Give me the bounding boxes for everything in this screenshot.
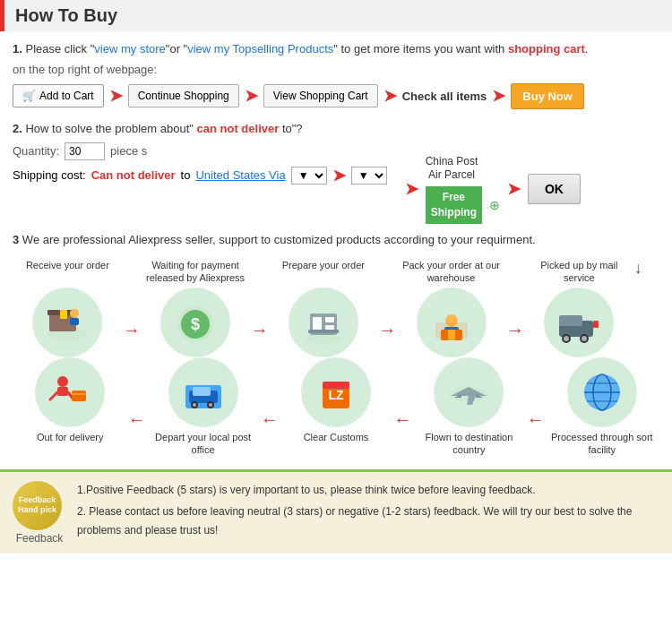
view-cart-label: View Shopping Cart xyxy=(273,90,368,102)
feedback-icon-container: FeedbackHand pick Feedback xyxy=(13,481,66,545)
process-item-prepare: Prepare your order xyxy=(268,259,378,357)
process-icon-pickup xyxy=(544,288,614,357)
process-icon-delivery xyxy=(35,357,105,427)
piece-label: piece s xyxy=(110,144,147,158)
process-icon-receive xyxy=(32,288,102,357)
arrow2: ➤ xyxy=(245,86,258,106)
svg-point-25 xyxy=(582,336,587,341)
svg-point-39 xyxy=(209,403,212,407)
quantity-row: Quantity: piece s xyxy=(13,142,387,160)
free-shipping-box: FreeShipping ⊕ xyxy=(426,186,500,224)
add-to-cart-button[interactable]: 🛒 Add to Cart xyxy=(13,84,104,107)
cart-flow: 🛒 Add to Cart ➤ Continue Shopping ➤ View… xyxy=(13,83,659,109)
process-item-customs: LZ Clear Customs xyxy=(279,357,393,459)
buy-now-label: Buy Now xyxy=(522,90,573,103)
svg-rect-28 xyxy=(57,387,68,396)
arrow4: ➤ xyxy=(492,86,505,106)
svg-rect-13 xyxy=(325,325,334,330)
svg-rect-42 xyxy=(323,382,349,389)
process-icon-post xyxy=(168,357,238,427)
buy-now-button[interactable]: Buy Now xyxy=(511,83,584,109)
process-arrow1: → xyxy=(123,320,141,340)
cart-icon: 🛒 xyxy=(22,90,36,102)
svg-line-29 xyxy=(50,392,57,399)
process-label-sort: Processed through sort facility xyxy=(545,431,659,457)
feedback-badge-text: FeedbackHand pick xyxy=(18,495,56,515)
arrow5: ➤ xyxy=(332,166,346,185)
svg-point-37 xyxy=(193,403,196,407)
topselling-link[interactable]: view my Topselling Products xyxy=(187,42,333,56)
step3-number: 3 xyxy=(13,233,19,246)
arrow1: ➤ xyxy=(109,86,123,106)
svg-rect-3 xyxy=(60,310,67,319)
view-cart-button[interactable]: View Shopping Cart xyxy=(263,84,378,107)
china-post-label: China PostAir Parcel xyxy=(426,155,478,183)
shipping-row: Shipping cost: Can not deliver to United… xyxy=(13,166,387,185)
process-label-post: Depart your local post office xyxy=(145,431,260,457)
view-store-link[interactable]: view my store xyxy=(94,42,165,56)
svg-point-27 xyxy=(57,376,68,387)
continue-shopping-label: Continue Shopping xyxy=(138,90,229,102)
main-content: 1. Please click "view my store"or "view … xyxy=(0,31,672,469)
process-item-flown: Flown to destination country xyxy=(411,357,526,460)
add-to-cart-label: Add to Cart xyxy=(39,90,94,102)
arrow-down-container: ↓ xyxy=(634,259,659,282)
svg-text:LZ: LZ xyxy=(328,388,344,402)
ok-button[interactable]: OK xyxy=(528,174,581,204)
step2-right-section: ➤ China PostAir Parcel FreeShipping ⊕ ➤ … xyxy=(405,155,581,224)
us-via-link[interactable]: United States Via xyxy=(195,168,285,182)
process-label-pack: Pack your order at our warehouse xyxy=(396,259,506,285)
process-item-post: Depart your local post office xyxy=(145,357,260,460)
arrow6: ➤ xyxy=(405,179,418,199)
svg-rect-19 xyxy=(448,330,455,340)
svg-rect-31 xyxy=(72,391,86,401)
process-icon-payment: $ xyxy=(160,288,230,357)
process-label-payment: Waiting for payment released by Aliexpre… xyxy=(141,259,251,285)
process-label-customs: Clear Customs xyxy=(304,431,369,456)
process-arrow3: → xyxy=(378,320,396,340)
shipping-dropdown2[interactable]: ▼ xyxy=(351,167,387,185)
process-item-pickup: Picked up by mail service xyxy=(524,259,634,358)
svg-rect-5 xyxy=(70,318,79,325)
step2-paragraph: 2. How to solve the problem about" can n… xyxy=(13,122,659,135)
process-icon-sort xyxy=(567,357,637,427)
process-label-prepare: Prepare your order xyxy=(282,259,365,284)
shipping-label: Shipping cost: xyxy=(13,168,86,182)
continue-shopping-button[interactable]: Continue Shopping xyxy=(128,84,239,107)
process-arrow5: ← xyxy=(127,409,145,430)
feedback-section: FeedbackHand pick Feedback 1.Positive Fe… xyxy=(0,469,672,554)
svg-rect-21 xyxy=(559,315,582,326)
svg-rect-14 xyxy=(308,330,339,333)
process-item-delivery: Out for delivery xyxy=(13,357,127,459)
process-icon-flown xyxy=(434,357,504,427)
arrow3: ➤ xyxy=(383,86,397,106)
process-item-pack: Pack your order at our warehouse xyxy=(396,259,506,358)
check-all-items: Check all items xyxy=(402,90,487,103)
process-icon-pack xyxy=(417,288,487,357)
shopping-cart-text: shopping cart xyxy=(508,42,585,56)
process-top-row: Receive your order → Waiting for payment… xyxy=(13,259,659,358)
step3-text: We are professional Aliexpress seller, s… xyxy=(22,233,536,246)
step1-paragraph: 1. Please click "view my store"or "view … xyxy=(13,40,659,59)
feedback-line1: 1.Positive Feedback (5 stars) is very im… xyxy=(77,481,659,499)
process-arrow6: ← xyxy=(261,409,279,430)
arrow-down: ↓ xyxy=(634,259,642,278)
small-circle-icon: ⊕ xyxy=(489,198,500,212)
process-arrow2: → xyxy=(250,320,268,340)
step2-right: China PostAir Parcel FreeShipping ⊕ xyxy=(426,155,500,224)
process-item-receive: Receive your order xyxy=(13,259,123,357)
process-label-pickup: Picked up by mail service xyxy=(524,259,634,285)
svg-text:$: $ xyxy=(191,315,200,333)
process-arrow7: ← xyxy=(393,409,411,430)
step2-number: 2. xyxy=(13,122,22,135)
arrow7: ➤ xyxy=(507,179,521,199)
process-item-sort: Processed through sort facility xyxy=(545,357,659,460)
cannot-deliver-label: Can not deliver xyxy=(91,168,176,182)
process-arrow8: ← xyxy=(527,409,545,430)
process-label-delivery: Out for delivery xyxy=(37,431,104,456)
shipping-dropdown[interactable]: ▼ xyxy=(291,167,327,185)
process-bottom-row: Out for delivery ← Depart your local pos… xyxy=(13,357,659,460)
feedback-text: 1.Positive Feedback (5 stars) is very im… xyxy=(77,481,659,543)
quantity-input[interactable] xyxy=(65,142,105,160)
page-header: How To Buy xyxy=(0,0,672,31)
